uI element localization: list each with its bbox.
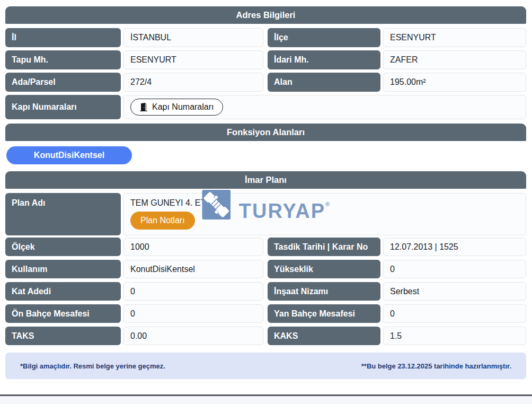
door-icon (139, 103, 148, 111)
value-ilce: ESENYURT (383, 28, 526, 47)
label-taks: TAKS (5, 327, 121, 345)
value-kullanim: KonutDisiKentsel (123, 260, 263, 278)
label-ilce: İlçe (268, 28, 380, 47)
value-taks: 0.00 (123, 327, 263, 345)
plan-notlari-button[interactable]: Plan Notları (130, 212, 195, 230)
label-plan-adi: Plan Adı (5, 193, 121, 235)
page-footer-edge (0, 394, 532, 404)
fonksiyon-alanlari-header: Fonksiyon Alanları (5, 124, 526, 141)
label-kullanim: Kullanım (5, 260, 121, 278)
label-tapu-mh: Tapu Mh. (5, 50, 121, 69)
value-yan-bahce-mesafesi: 0 (383, 304, 526, 323)
kapi-numaralari-button-label: Kapı Numaraları (152, 102, 214, 112)
value-idari-mh: ZAFER (383, 50, 526, 69)
address-row-2: Tapu Mh. ESENYURT İdari Mh. ZAFER (5, 50, 526, 69)
label-ada-parsel: Ada/Parsel (5, 73, 121, 92)
disclaimer-text: *Bilgi amaçlıdır. Resmi belge yerine geç… (20, 362, 165, 370)
value-tasdik-tarihi-karar-no: 12.07.2013 | 1525 (383, 238, 526, 256)
kapi-numaralari-field: Kapı Numaraları (123, 95, 526, 119)
parcel-info-page: Adres Bilgileri İl İSTANBUL İlçe ESENYUR… (0, 0, 532, 379)
label-yan-bahce-mesafesi: Yan Bahçe Mesafesi (268, 304, 380, 323)
value-tapu-mh: ESENYURT (123, 50, 263, 69)
imar-plani-header: İmar Planı (5, 171, 526, 189)
imar-row-2: Kullanım KonutDisiKentsel Yükseklik 0 (5, 260, 526, 278)
plan-adi-row: Plan Adı TEM GUNEYI 4. ETAP Plan Notları (5, 193, 526, 235)
label-kaks: KAKS (268, 327, 380, 345)
value-olcek: 1000 (123, 238, 263, 256)
disclaimer-strip: *Bilgi amaçlıdır. Resmi belge yerine geç… (5, 353, 526, 379)
value-alan: 195.00m² (383, 73, 526, 92)
generated-date-text: **Bu belge 23.12.2025 tarihinde hazırlan… (361, 362, 511, 370)
label-olcek: Ölçek (5, 238, 121, 256)
address-row-kapi: Kapı Numaraları Kapı Numaraları (5, 95, 526, 119)
imar-row-3: Kat Adedi 0 İnşaat Nizamı Serbest (5, 282, 526, 301)
value-kaks: 1.5 (383, 327, 526, 345)
address-row-3: Ada/Parsel 272/4 Alan 195.00m² (5, 73, 526, 92)
adres-bilgileri-header: Adres Bilgileri (5, 6, 526, 24)
label-on-bahce-mesafesi: Ön Bahçe Mesafesi (5, 304, 121, 323)
value-on-bahce-mesafesi: 0 (123, 304, 263, 323)
function-tags-row: KonutDisiKentsel (6, 146, 526, 164)
value-insaat-nizami: Serbest (383, 282, 526, 301)
label-alan: Alan (268, 73, 380, 92)
label-kat-adedi: Kat Adedi (5, 282, 121, 301)
value-yukseklik: 0 (383, 260, 526, 278)
imar-row-5: TAKS 0.00 KAKS 1.5 (5, 327, 526, 345)
value-kat-adedi: 0 (123, 282, 263, 301)
plan-adi-field: TEM GUNEYI 4. ETAP Plan Notları (123, 193, 526, 235)
value-il: İSTANBUL (123, 28, 263, 47)
label-il: İl (5, 28, 121, 47)
value-ada-parsel: 272/4 (123, 73, 263, 92)
label-idari-mh: İdari Mh. (268, 50, 380, 69)
label-yukseklik: Yükseklik (268, 260, 380, 278)
imar-row-4: Ön Bahçe Mesafesi 0 Yan Bahçe Mesafesi 0 (5, 304, 526, 323)
value-plan-adi: TEM GUNEYI 4. ETAP (130, 198, 519, 208)
function-tag-konutdisikentsel[interactable]: KonutDisiKentsel (6, 146, 132, 164)
imar-row-1: Ölçek 1000 Tasdik Tarihi | Karar No 12.0… (5, 238, 526, 256)
label-tasdik-tarihi-karar-no: Tasdik Tarihi | Karar No (268, 238, 380, 256)
label-kapi-numaralari: Kapı Numaraları (5, 95, 121, 119)
kapi-numaralari-button[interactable]: Kapı Numaraları (130, 99, 223, 116)
label-insaat-nizami: İnşaat Nizamı (268, 282, 380, 301)
address-row-1: İl İSTANBUL İlçe ESENYURT (5, 28, 526, 47)
